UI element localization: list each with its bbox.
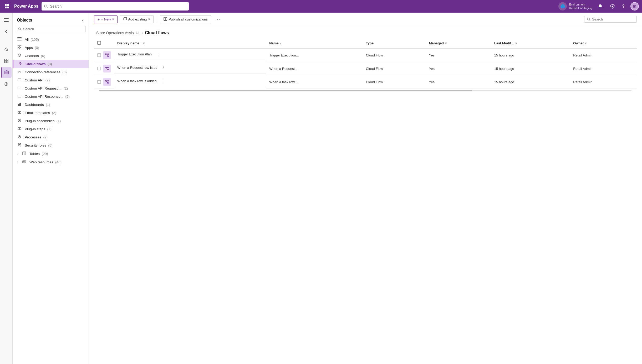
sidebar-item-dashboards[interactable]: Dashboards (1) [13,101,89,109]
sidebar-search-input[interactable] [23,27,83,31]
web-resources-expand-button[interactable]: › [17,160,19,164]
svg-line-52 [589,20,590,21]
environment-icon: 🌐 [558,2,567,11]
svg-rect-0 [5,4,7,6]
svg-point-28 [19,55,20,55]
custom-api-req-icon [17,86,22,91]
svg-rect-33 [18,79,21,81]
sidebar-item-plugin-steps-label: Plug-in steps (7) [25,127,84,131]
svg-rect-48 [23,161,26,163]
sidebar-item-all-label: All (105) [25,38,84,41]
row-checkbox-2[interactable] [94,75,114,89]
display-name-text: Trigger Execution Plan [117,52,152,56]
settings-button[interactable] [608,2,616,10]
sidebar-item-web-resources[interactable]: › Web resources (46) [13,158,89,166]
tables-expand-button[interactable]: › [17,151,19,156]
row-display-name-1[interactable]: When a Request row is ad ⋮ [114,62,266,74]
svg-rect-13 [7,61,8,63]
column-display-name[interactable]: Display name ↑ ∨ [114,38,266,48]
sidebar-item-cloud-flows[interactable]: Cloud flows (3) [13,60,89,68]
scrollbar-thumb[interactable] [99,90,472,91]
svg-rect-7 [4,18,9,19]
sidebar-item-plugin-assemblies[interactable]: Plug-in assemblies (1) [13,117,89,125]
svg-rect-35 [18,95,21,97]
rail-menu-icon[interactable] [1,15,12,25]
row-more-button-1[interactable]: ⋮ [160,65,167,71]
sidebar-item-security-roles[interactable]: Security roles (5) [13,141,89,149]
global-search-input[interactable] [50,4,186,8]
user-avatar[interactable]: IK [630,2,639,11]
sidebar-item-custom-api[interactable]: Custom API (2) [13,76,89,84]
row-more-button-2[interactable]: ⋮ [159,78,167,84]
sidebar-item-tables[interactable]: › Tables (29) [13,149,89,158]
column-owner[interactable]: Owner ∨ [570,38,637,48]
rail-solutions-icon[interactable] [1,67,12,78]
svg-rect-22 [18,45,19,47]
svg-rect-21 [17,40,22,40]
content-search-input[interactable] [592,17,629,21]
sidebar-item-plugin-assemblies-label: Plug-in assemblies (1) [25,119,84,123]
svg-point-17 [19,28,21,30]
rail-back-icon[interactable] [1,26,12,37]
sidebar-item-custom-api-req[interactable]: Custom API Request ... (2) [13,84,89,92]
rail-apps-icon[interactable] [1,56,12,66]
sidebar-item-custom-api-label: Custom API (2) [25,78,84,82]
rail-home-icon[interactable] [1,44,12,55]
flow-icon [105,67,109,70]
breadcrumb-parent-link[interactable]: Store Operations Assist UI [96,31,139,35]
breadcrumb-separator: › [141,30,143,35]
svg-point-44 [20,144,21,145]
column-managed[interactable]: Managed ∨ [426,38,491,48]
row-display-name-2[interactable]: When a task row is added ⋮ [114,75,266,87]
bell-icon [598,4,603,9]
column-type[interactable]: Type [363,38,426,48]
sidebar-item-email-templates[interactable]: Email templates (2) [13,109,89,117]
checkbox-icon [97,80,101,84]
row-last-modified-2: 15 hours ago [491,75,570,89]
svg-rect-36 [18,104,19,106]
sidebar-item-custom-api-resp[interactable]: Custom API Response... (2) [13,92,89,101]
add-existing-icon [123,17,127,22]
sidebar-item-processes[interactable]: Processes (2) [13,133,89,141]
svg-rect-34 [18,87,21,89]
last-modified-label: Last Modif... [494,41,514,45]
sidebar-item-apps[interactable]: Apps (0) [13,44,89,52]
row-flow-icon [103,51,111,59]
sidebar-collapse-button[interactable]: ‹ [81,17,84,24]
custom-api-icon [17,78,22,82]
sidebar-item-plugin-steps[interactable]: Plug-in steps (7) [13,125,89,133]
column-name[interactable]: Name ∨ [266,38,363,48]
apps-icon [17,45,22,50]
help-button[interactable]: ? [620,2,626,10]
content-area: + + New ∨ Add existing ∨ Publish all cus… [89,13,642,364]
add-existing-button[interactable]: Add existing ∨ [120,15,154,23]
global-search-box[interactable] [42,2,189,11]
row-display-name-0[interactable]: Trigger Execution Plan ⋮ [114,49,266,60]
sidebar-search-box[interactable] [16,26,85,32]
cloud-flows-icon [18,62,23,66]
content-search-box[interactable] [584,16,637,23]
select-all-header[interactable] [94,38,114,48]
svg-rect-24 [18,48,19,49]
flow-icon [105,53,109,57]
publish-button[interactable]: Publish all customizations [160,15,211,23]
row-checkbox-1[interactable] [94,62,114,75]
sidebar-item-all[interactable]: All (105) [13,35,89,44]
environment-selector[interactable]: 🌐 Environment RetailFLWStaging [558,2,592,11]
tables-icon [22,152,27,156]
sidebar-item-chatbots[interactable]: Chatbots (0) [13,52,89,60]
row-checkbox-0[interactable] [94,48,114,62]
app-grid-icon[interactable] [3,2,11,10]
custom-api-resp-icon [17,94,22,99]
horizontal-scrollbar[interactable] [99,90,631,91]
name-label: Name [269,41,278,45]
column-last-modified[interactable]: Last Modif... ∨ [491,38,570,48]
new-button[interactable]: + + New ∨ [94,15,118,23]
new-button-label: + New [101,17,111,21]
sidebar-item-connection-refs[interactable]: Connection references (3) [13,68,89,76]
rail-history-icon[interactable] [1,79,12,89]
row-more-button-0[interactable]: ⋮ [154,51,162,57]
row-type-2: Cloud Flow [363,75,426,89]
notifications-button[interactable] [596,2,604,10]
more-actions-button[interactable]: ⋯ [213,15,222,23]
